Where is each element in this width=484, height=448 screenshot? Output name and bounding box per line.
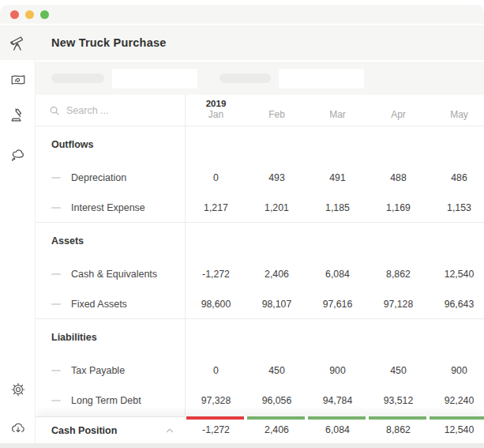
close-window-button[interactable] <box>10 10 19 19</box>
cash-position-cell: -1,272 <box>186 416 246 443</box>
column-header-feb: Feb <box>246 95 307 126</box>
value-cell: 92,240 <box>429 386 484 416</box>
gear-icon <box>9 381 27 398</box>
cloud-download-icon <box>9 420 27 437</box>
cash-indicator-bar <box>186 416 244 420</box>
cash-indicator-bar <box>308 416 366 420</box>
value-cell: 900 <box>307 356 368 386</box>
search-icon <box>49 105 60 116</box>
toolbar-input-1[interactable] <box>112 69 197 88</box>
section-title-row: Liabilities <box>36 319 484 356</box>
value-cell: 2,406 <box>246 259 307 289</box>
column-header-jan: 2019 Jan <box>186 95 246 126</box>
value-cell: 1,185 <box>307 193 368 223</box>
row-dash-icon <box>51 177 61 179</box>
window-bottom-edge <box>36 443 484 448</box>
section-liabilities: Liabilities Tax Payable 0 450 900 450 90… <box>36 319 484 416</box>
value-cell: 0 <box>186 356 246 386</box>
value-cell: 1,153 <box>429 193 484 223</box>
row-label-cash-equivalents[interactable]: Cash & Equivalents <box>36 259 186 289</box>
column-header-mar: Mar <box>307 95 368 126</box>
minimize-window-button[interactable] <box>25 10 34 19</box>
value-cell: 97,328 <box>186 386 246 416</box>
section-title: Assets <box>51 235 84 247</box>
cash-position-cell: 2,406 <box>246 416 307 443</box>
search-input[interactable] <box>66 105 169 116</box>
thought-cloud-icon <box>9 145 27 163</box>
cash-position-cell: 6,084 <box>307 416 368 443</box>
value-cell: 1,201 <box>246 193 307 223</box>
toolbar-input-2[interactable] <box>279 69 364 88</box>
app-window: New Truck Purchase <box>0 0 484 448</box>
value-cell: 97,616 <box>307 289 368 319</box>
row-dash-icon <box>51 273 61 275</box>
row-dash-icon <box>51 370 61 371</box>
table-row: Cash & Equivalents -1,272 2,406 6,084 8,… <box>36 259 484 289</box>
value-cell: 8,862 <box>368 259 429 289</box>
section-assets: Assets Cash & Equivalents -1,272 2,406 6… <box>36 223 484 319</box>
row-label-long-term-debt[interactable]: Long Term Debt <box>36 386 186 416</box>
row-label-tax-payable[interactable]: Tax Payable <box>36 356 186 386</box>
section-title-row: Assets <box>36 223 484 259</box>
value-cell: 900 <box>429 356 484 386</box>
toolbar-label-skeleton <box>219 73 271 83</box>
cash-position-cell: 8,862 <box>368 416 429 443</box>
value-cell: 450 <box>246 356 307 386</box>
row-label-depreciation[interactable]: Depreciation <box>36 163 186 193</box>
table-body: Outflows Depreciation 0 493 491 488 486 <box>36 126 484 416</box>
value-cell: 6,084 <box>307 259 368 289</box>
app-header: New Truck Purchase <box>0 25 484 60</box>
value-cell: 493 <box>246 163 307 193</box>
sidebar-item-map[interactable] <box>0 70 36 89</box>
sidebar-item-settings[interactable] <box>0 380 36 399</box>
value-cell: -1,272 <box>186 259 246 289</box>
section-outflows: Outflows Depreciation 0 493 491 488 486 <box>36 126 484 223</box>
row-dash-icon <box>51 207 61 209</box>
chevron-up-icon[interactable] <box>165 426 174 435</box>
toolbar <box>36 60 484 95</box>
cash-position-row: Cash Position -1,272 2,406 6,084 <box>36 416 484 443</box>
year-label: 2019 <box>206 99 227 109</box>
row-label-interest-expense[interactable]: Interest Expense <box>36 193 186 223</box>
value-cell: 491 <box>307 163 368 193</box>
zoom-window-button[interactable] <box>40 10 49 19</box>
titlebar <box>0 5 484 24</box>
value-cell: 486 <box>429 163 484 193</box>
section-title: Liabilities <box>51 332 97 343</box>
value-cell: 12,540 <box>429 259 484 289</box>
cash-indicator-bar <box>369 416 426 420</box>
sidebar-item-overview[interactable] <box>0 34 36 52</box>
table-row: Tax Payable 0 450 900 450 900 <box>36 356 484 386</box>
cash-position-cell: 12,540 <box>429 416 484 443</box>
cash-position-label: Cash Position <box>51 425 117 436</box>
value-cell: 0 <box>186 163 246 193</box>
value-cell: 94,784 <box>307 386 368 416</box>
telescope-icon <box>9 34 27 52</box>
table-header-row: 2019 Jan Feb Mar Apr May <box>36 95 484 126</box>
value-cell: 98,107 <box>246 289 307 319</box>
cash-position-header[interactable]: Cash Position <box>36 416 186 443</box>
value-cell: 96,643 <box>429 289 484 319</box>
value-cell: 97,128 <box>368 289 429 319</box>
sidebar-item-export[interactable] <box>0 419 36 438</box>
microscope-icon <box>9 107 27 124</box>
section-title: Outflows <box>51 139 93 150</box>
value-cell: 93,512 <box>368 386 429 416</box>
sidebar <box>0 60 36 448</box>
map-icon <box>9 71 27 88</box>
value-cell: 450 <box>368 356 429 386</box>
row-dash-icon <box>51 303 61 305</box>
value-cell: 1,217 <box>186 193 246 223</box>
column-header-apr: Apr <box>368 95 429 126</box>
cash-indicator-bar <box>430 416 484 420</box>
section-title-row: Outflows <box>36 126 484 163</box>
table-row: Depreciation 0 493 491 488 486 <box>36 163 484 193</box>
column-header-may: May <box>429 95 484 126</box>
row-label-fixed-assets[interactable]: Fixed Assets <box>36 289 186 319</box>
value-cell: 1,169 <box>368 193 429 223</box>
table-row: Fixed Assets 98,600 98,107 97,616 97,128… <box>36 289 484 319</box>
value-cell: 488 <box>368 163 429 193</box>
sidebar-item-scenarios[interactable] <box>0 145 36 164</box>
value-cell: 98,600 <box>186 289 246 319</box>
sidebar-item-analysis[interactable] <box>0 106 36 125</box>
